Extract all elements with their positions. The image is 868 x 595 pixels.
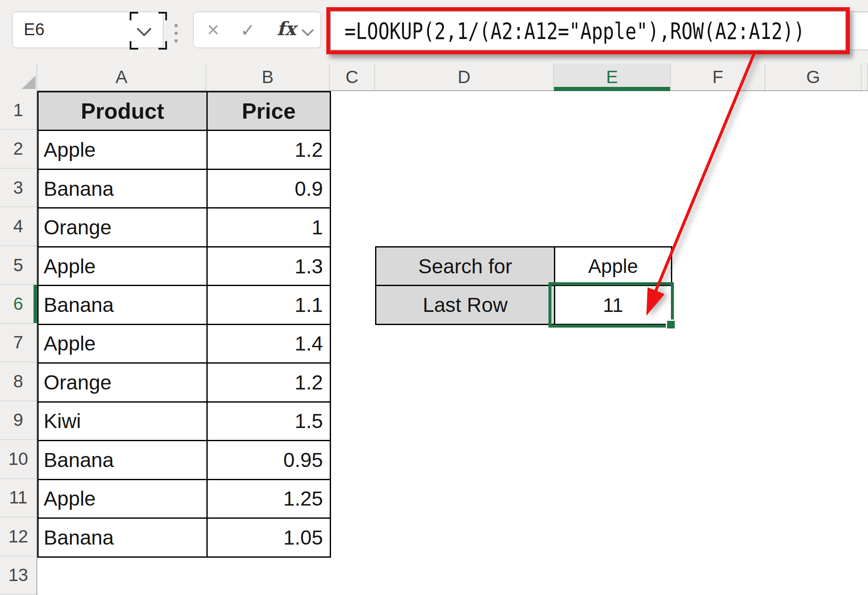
cell-B5[interactable]: 1.3 <box>206 246 331 286</box>
column-header-F[interactable]: F <box>671 64 765 90</box>
spreadsheet-grid: ABCDEFG 12345678910111213 ProductPriceAp… <box>0 64 868 595</box>
selected-row-bar <box>33 285 37 323</box>
formula-text: =LOOKUP(2,1/(A2:A12="Apple"),ROW(A2:A12)… <box>345 17 805 44</box>
chevron-down-icon[interactable] <box>301 28 314 37</box>
row-header-12[interactable]: 12 <box>0 517 36 556</box>
cell-B11[interactable]: 1.25 <box>206 479 331 519</box>
column-header-E[interactable]: E <box>554 64 671 90</box>
enter-icon[interactable]: ✓ <box>240 19 255 40</box>
cell-B1[interactable]: Price <box>206 91 331 131</box>
focus-corner-mark <box>130 12 138 20</box>
row-header-8[interactable]: 8 <box>0 362 36 401</box>
excel-window: E6 ✕ ✓ fx =LOOKUP(2,1/(A2:A12="Apple"),R… <box>0 0 868 595</box>
row-header-7[interactable]: 7 <box>0 324 36 362</box>
selected-column-underline <box>554 87 670 91</box>
focus-corner-mark <box>159 41 167 50</box>
row-header-11[interactable]: 11 <box>0 479 36 517</box>
cell-A11[interactable]: Apple <box>37 479 208 519</box>
column-header-C[interactable]: C <box>330 64 375 90</box>
select-all-button[interactable] <box>0 64 37 91</box>
column-header-B[interactable]: B <box>206 64 330 90</box>
row-header-5[interactable]: 5 <box>0 246 36 285</box>
cell-A6[interactable]: Banana <box>37 285 208 325</box>
formula-input[interactable]: =LOOKUP(2,1/(A2:A12="Apple"),ROW(A2:A12)… <box>330 11 846 50</box>
cell-A1[interactable]: Product <box>37 91 208 131</box>
cell-B2[interactable]: 1.2 <box>206 130 331 170</box>
row-header-1[interactable]: 1 <box>0 91 36 130</box>
focus-corner-mark <box>130 41 138 50</box>
name-box-value: E6 <box>24 19 45 39</box>
chevron-down-icon[interactable] <box>136 27 153 37</box>
row-header-2[interactable]: 2 <box>0 130 36 168</box>
cell-B10[interactable]: 0.95 <box>206 440 331 480</box>
formula-bar-extension <box>848 11 868 50</box>
cancel-icon[interactable]: ✕ <box>206 21 220 39</box>
row-header-6[interactable]: 6 <box>0 285 36 323</box>
row-header-3[interactable]: 3 <box>0 169 36 207</box>
cell-B3[interactable]: 0.9 <box>206 169 331 209</box>
cell-A5[interactable]: Apple <box>37 246 208 286</box>
insert-function-icon[interactable]: fx <box>277 18 296 39</box>
focus-corner-mark <box>159 12 167 20</box>
cell-A12[interactable]: Banana <box>37 517 208 557</box>
row-header-13[interactable]: 13 <box>0 556 36 595</box>
column-header-A[interactable]: A <box>37 64 206 90</box>
formula-toolbar: E6 ✕ ✓ fx =LOOKUP(2,1/(A2:A12="Apple"),R… <box>0 0 868 64</box>
row-header-10[interactable]: 10 <box>0 440 36 478</box>
column-header-G[interactable]: G <box>765 64 862 90</box>
row-headers: 12345678910111213 <box>0 91 37 595</box>
column-header-D[interactable]: D <box>375 64 554 90</box>
cell-A3[interactable]: Banana <box>37 169 208 209</box>
row-header-9[interactable]: 9 <box>0 401 36 440</box>
column-header-partial[interactable] <box>862 64 868 90</box>
cell-A2[interactable]: Apple <box>37 130 208 170</box>
cell-A10[interactable]: Banana <box>37 440 208 480</box>
cell-A7[interactable]: Apple <box>37 324 208 364</box>
cell-D5[interactable]: Search for <box>375 246 555 286</box>
cell-B6[interactable]: 1.1 <box>206 285 331 325</box>
cell-D6[interactable]: Last Row <box>375 285 555 325</box>
cell-A8[interactable]: Orange <box>37 362 208 402</box>
cell-B9[interactable]: 1.5 <box>206 401 331 441</box>
cell-B7[interactable]: 1.4 <box>206 324 331 364</box>
cell-E5[interactable]: Apple <box>554 246 672 286</box>
cell-A9[interactable]: Kiwi <box>37 401 208 441</box>
formula-highlight-box: =LOOKUP(2,1/(A2:A12="Apple"),ROW(A2:A12)… <box>326 7 850 54</box>
row-header-4[interactable]: 4 <box>0 207 36 246</box>
name-box[interactable]: E6 <box>12 11 164 48</box>
select-all-triangle-icon <box>0 64 37 91</box>
formula-buttons-group: ✕ ✓ fx <box>193 11 321 48</box>
cell-B8[interactable]: 1.2 <box>206 362 331 402</box>
cell-B12[interactable]: 1.05 <box>206 517 331 557</box>
cell-E6[interactable]: 11 <box>554 285 672 325</box>
cell-A4[interactable]: Orange <box>37 207 208 247</box>
cell-B4[interactable]: 1 <box>206 207 331 247</box>
